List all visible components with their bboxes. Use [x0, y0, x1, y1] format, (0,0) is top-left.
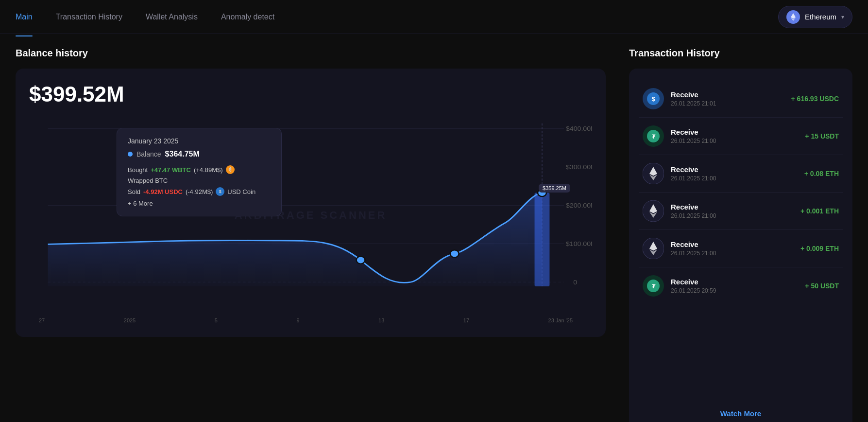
tooltip-balance-label: Balance — [136, 150, 161, 158]
usdc-coin-icon: $ — [216, 187, 224, 196]
ethereum-icon — [786, 10, 800, 24]
tx-type-2: Receive — [671, 165, 798, 174]
tx-info-5: Receive 26.01.2025 20:59 — [671, 278, 798, 294]
network-selector[interactable]: Ethereum ▾ — [778, 6, 852, 28]
tx-date-5: 26.01.2025 20:59 — [671, 287, 798, 294]
tx-item-5: ₮ Receive 26.01.2025 20:59 + 50 USDT — [639, 267, 843, 304]
tx-date-2: 26.01.2025 21:00 — [671, 175, 798, 182]
tooltip-bought-amount: +47.47 WBTC — [151, 166, 191, 174]
tx-type-0: Receive — [671, 90, 784, 99]
transaction-card: $ Receive 26.01.2025 21:01 + 616.93 USDC — [629, 69, 852, 422]
tx-item-4: Receive 26.01.2025 21:00 + 0.009 ETH — [639, 230, 843, 267]
btc-coin-icon: ₿ — [226, 165, 235, 174]
tx-amount-3: + 0.001 ETH — [800, 207, 839, 215]
tooltip-date: January 23 2025 — [128, 137, 271, 145]
tx-date-0: 26.01.2025 21:01 — [671, 100, 784, 107]
x-axis: 27 2025 5 9 13 17 23 Jan '25 — [29, 315, 592, 323]
tx-info-0: Receive 26.01.2025 21:01 — [671, 90, 784, 107]
balance-amount: $399.52M — [29, 82, 592, 106]
x-label-2025: 2025 — [124, 317, 136, 323]
chart-card: $399.52M January 23 2025 Balance $364.75… — [16, 69, 606, 337]
nav-items: Main Transaction History Wallet Analysis… — [16, 9, 778, 25]
svg-text:$400.00M: $400.00M — [566, 125, 592, 132]
cursor-tag: $359.25M — [539, 184, 570, 193]
balance-history-title: Balance history — [16, 48, 606, 59]
svg-text:$100.00M: $100.00M — [566, 241, 592, 247]
svg-rect-6 — [535, 193, 550, 286]
tx-coin-icon-1: ₮ — [643, 125, 664, 147]
x-label-27: 27 — [39, 317, 45, 323]
x-label-9: 9 — [296, 317, 299, 323]
svg-text:₮: ₮ — [652, 283, 656, 289]
tx-date-3: 26.01.2025 21:00 — [671, 212, 794, 219]
tx-date-1: 26.01.2025 21:00 — [671, 138, 798, 144]
right-panel: Transaction History $ Receive 26.01.2025… — [629, 48, 852, 408]
tooltip-bought-row: Bought +47.47 WBTC (+4.89M$) ₿ Wrapped B… — [128, 165, 271, 184]
tx-item-1: ₮ Receive 26.01.2025 21:00 + 15 USDT — [639, 118, 843, 155]
svg-text:$: $ — [651, 95, 655, 103]
tx-coin-icon-4 — [643, 238, 664, 259]
left-panel: Balance history $399.52M January 23 2025… — [16, 48, 629, 408]
svg-text:₮: ₮ — [652, 134, 656, 140]
tx-coin-icon-2 — [643, 163, 664, 184]
tx-history-title: Transaction History — [629, 48, 852, 59]
chart-container: January 23 2025 Balance $364.75M Bought … — [29, 118, 592, 313]
nav-item-transaction-history[interactable]: Transaction History — [56, 9, 122, 25]
nav-item-main[interactable]: Main — [16, 9, 33, 25]
tx-type-4: Receive — [671, 240, 794, 248]
main-content: Balance history $399.52M January 23 2025… — [0, 34, 868, 422]
tx-type-5: Receive — [671, 278, 798, 286]
balance-chart: $400.00M $300.00M $200.00M $100.00M 0 — [29, 118, 592, 313]
nav-item-wallet-analysis[interactable]: Wallet Analysis — [146, 9, 198, 25]
tx-item-0: $ Receive 26.01.2025 21:01 + 616.93 USDC — [639, 80, 843, 118]
tx-item-3: Receive 26.01.2025 21:00 + 0.001 ETH — [639, 193, 843, 230]
tooltip-balance-value: $364.75M — [165, 150, 200, 158]
tooltip-sold-usd: (-4.92M$) — [186, 188, 213, 195]
chevron-down-icon: ▾ — [841, 14, 844, 20]
tx-info-2: Receive 26.01.2025 21:00 — [671, 165, 798, 182]
svg-point-8 — [450, 250, 459, 257]
tooltip-sold-label: Sold — [128, 188, 140, 195]
tx-coin-icon-3 — [643, 200, 664, 222]
tooltip-sold-coin: USD Coin — [227, 188, 255, 195]
x-label-23jan: 23 Jan '25 — [548, 317, 573, 323]
x-label-17: 17 — [463, 317, 469, 323]
tx-coin-icon-0: $ — [643, 88, 664, 109]
tx-amount-1: + 15 USDT — [805, 132, 839, 140]
tx-info-4: Receive 26.01.2025 21:00 — [671, 240, 794, 257]
network-label: Ethereum — [805, 13, 836, 21]
tooltip-bought-coin: Wrapped BTC — [128, 177, 168, 184]
tooltip-sold-row: Sold -4.92M USDC (-4.92M$) $ USD Coin — [128, 187, 271, 196]
nav-right: Ethereum ▾ — [778, 6, 852, 28]
tx-amount-4: + 0.009 ETH — [800, 245, 839, 252]
tx-amount-2: + 0.08 ETH — [804, 170, 839, 177]
tx-info-1: Receive 26.01.2025 21:00 — [671, 128, 798, 144]
tx-type-1: Receive — [671, 128, 798, 136]
tooltip-more: + 6 More — [128, 200, 271, 207]
tx-type-3: Receive — [671, 203, 794, 211]
tooltip-balance-row: Balance $364.75M — [128, 150, 271, 158]
tooltip-bought-usd: (+4.89M$) — [194, 166, 223, 174]
tooltip-bought-label: Bought — [128, 166, 148, 174]
navigation: Main Transaction History Wallet Analysis… — [0, 0, 868, 34]
nav-item-anomaly-detect[interactable]: Anomaly detect — [221, 9, 274, 25]
dot-icon — [128, 152, 133, 157]
tx-info-3: Receive 26.01.2025 21:00 — [671, 203, 794, 219]
svg-text:$300.00M: $300.00M — [566, 164, 592, 171]
svg-text:$200.00M: $200.00M — [566, 202, 592, 209]
tx-date-4: 26.01.2025 21:00 — [671, 250, 794, 257]
svg-text:0: 0 — [573, 279, 577, 286]
tooltip-sold-amount: -4.92M USDC — [143, 188, 183, 195]
tx-item-2: Receive 26.01.2025 21:00 + 0.08 ETH — [639, 155, 843, 193]
svg-point-7 — [357, 256, 365, 264]
x-label-5: 5 — [215, 317, 218, 323]
tx-amount-5: + 50 USDT — [805, 282, 839, 290]
tx-coin-icon-5: ₮ — [643, 275, 664, 297]
tx-amount-0: + 616.93 USDC — [791, 95, 839, 103]
transaction-list: $ Receive 26.01.2025 21:01 + 616.93 USDC — [639, 80, 843, 402]
x-label-13: 13 — [378, 317, 384, 323]
chart-tooltip: January 23 2025 Balance $364.75M Bought … — [117, 128, 282, 216]
watch-more-button[interactable]: Watch More — [639, 409, 843, 418]
